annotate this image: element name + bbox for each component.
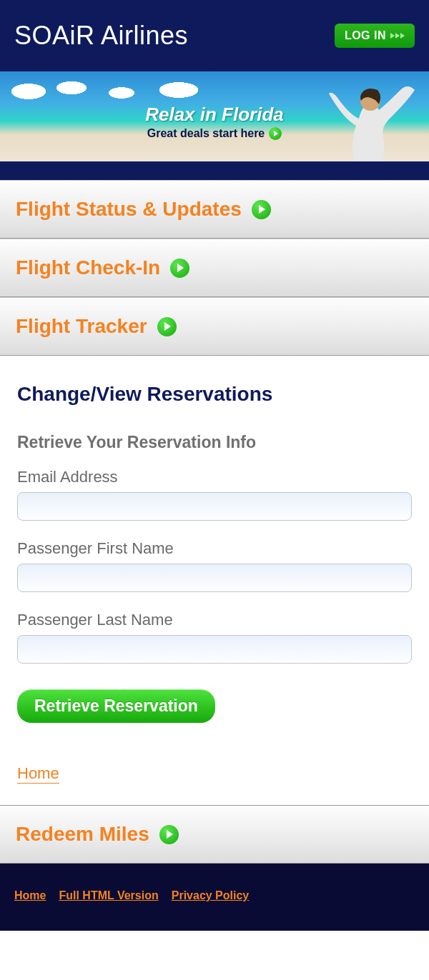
menu-label: Flight Tracker	[16, 315, 147, 338]
login-label: LOG IN	[345, 29, 386, 42]
last-name-label: Passenger Last Name	[17, 611, 412, 629]
menu-flight-status[interactable]: Flight Status & Updates	[0, 180, 429, 239]
arrow-right-icon	[390, 33, 405, 39]
play-icon	[157, 317, 177, 336]
section-subtitle: Retrieve Your Reservation Info	[17, 433, 412, 452]
play-icon	[170, 259, 189, 278]
page-title: Change/View Reservations	[17, 383, 412, 406]
play-icon	[159, 825, 179, 844]
header: SOAiR Airlines LOG IN	[0, 0, 429, 71]
retrieve-reservation-button[interactable]: Retrieve Reservation	[17, 689, 215, 723]
menu-redeem-miles[interactable]: Redeem Miles	[0, 805, 429, 864]
footer-privacy-link[interactable]: Privacy Policy	[172, 889, 250, 902]
login-button[interactable]: LOG IN	[335, 24, 415, 48]
footer-full-html-link[interactable]: Full HTML Version	[59, 889, 158, 902]
email-label: Email Address	[17, 468, 412, 486]
first-name-field[interactable]	[17, 564, 412, 592]
menu-label: Flight Status & Updates	[16, 198, 242, 221]
first-name-label: Passenger First Name	[17, 539, 412, 558]
person-image	[315, 76, 422, 161]
clouds-decoration	[7, 77, 222, 106]
play-icon	[252, 200, 271, 219]
nav-strip	[0, 164, 429, 180]
last-name-field[interactable]	[17, 635, 412, 664]
footer-home-link[interactable]: Home	[14, 889, 46, 902]
menu-flight-checkin[interactable]: Flight Check-In	[0, 239, 429, 297]
menu-label: Flight Check-In	[16, 256, 160, 279]
play-icon	[269, 127, 282, 140]
email-field[interactable]	[17, 492, 412, 521]
menu-label: Redeem Miles	[16, 823, 149, 846]
home-link[interactable]: Home	[17, 764, 59, 784]
reservations-section: Change/View Reservations Retrieve Your R…	[0, 356, 429, 805]
footer: Home Full HTML Version Privacy Policy	[0, 864, 429, 931]
promo-subtitle: Great deals start here	[147, 127, 265, 140]
brand-logo: SOAiR Airlines	[14, 21, 188, 51]
menu-flight-tracker[interactable]: Flight Tracker	[0, 297, 429, 356]
promo-subtitle-row: Great deals start here	[147, 127, 282, 140]
promo-banner[interactable]: Relax in Florida Great deals start here	[0, 71, 429, 164]
